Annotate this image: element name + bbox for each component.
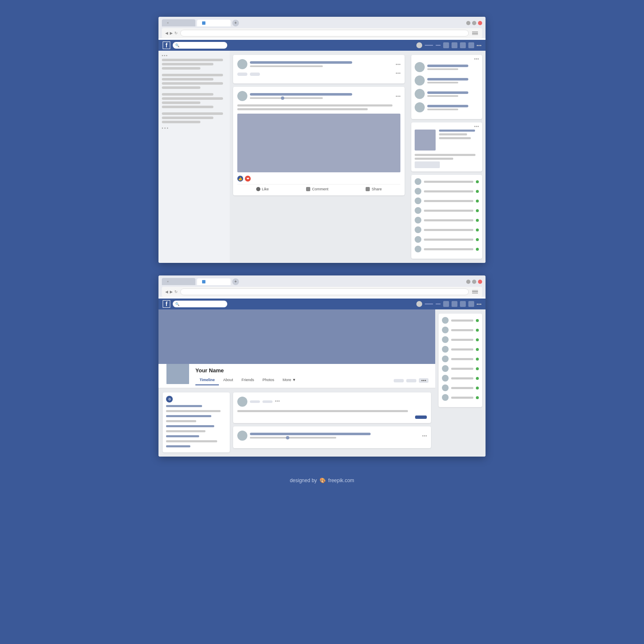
chat-item[interactable] xyxy=(442,356,479,362)
online-indicator xyxy=(476,396,479,399)
chat-item[interactable] xyxy=(415,236,479,243)
post-options-button[interactable] xyxy=(396,96,400,97)
reply-button[interactable] xyxy=(415,415,427,419)
tab-close-icon[interactable]: × xyxy=(167,280,169,283)
settings-icon[interactable] xyxy=(468,301,474,307)
browser-tab-active[interactable] xyxy=(197,20,231,26)
chat-item[interactable] xyxy=(415,178,479,185)
chat-name xyxy=(451,329,473,331)
browser-tabs: × + xyxy=(162,19,239,26)
intro-line xyxy=(166,435,199,437)
chat-item[interactable] xyxy=(415,188,479,195)
chat-item[interactable] xyxy=(442,327,479,333)
sponsored-post xyxy=(411,122,482,171)
post-image xyxy=(237,114,400,172)
minimize-button[interactable] xyxy=(466,280,470,284)
menu-icon[interactable] xyxy=(471,31,479,36)
tab-close-icon[interactable]: × xyxy=(167,21,169,25)
maximize-button[interactable] xyxy=(472,280,476,284)
profile-content: Your Name Timeline About Friends Photos … xyxy=(158,309,486,457)
chat-item[interactable] xyxy=(415,226,479,233)
friends-icon[interactable] xyxy=(443,42,449,48)
text-line xyxy=(237,108,368,110)
menu-line xyxy=(472,291,478,292)
chat-item[interactable] xyxy=(442,336,479,343)
chat-item[interactable] xyxy=(442,394,479,401)
action-button-1[interactable] xyxy=(237,73,247,76)
browser-window-1: × + ◀ ▶ ↻ xyxy=(158,17,486,263)
profile-avatar xyxy=(165,360,190,385)
tab-photos[interactable]: Photos xyxy=(258,375,278,385)
dot xyxy=(480,304,481,305)
options-button[interactable] xyxy=(474,58,479,60)
action-bar[interactable] xyxy=(415,161,440,168)
intro-box: ⚙ xyxy=(163,392,230,452)
chat-item[interactable] xyxy=(442,384,479,391)
chat-item[interactable] xyxy=(415,217,479,223)
chat-item[interactable] xyxy=(442,375,479,382)
profile-button-2[interactable] xyxy=(406,379,416,382)
intro-line xyxy=(166,425,214,427)
profile-name: Your Name xyxy=(195,367,389,374)
chat-item[interactable] xyxy=(415,207,479,214)
chat-item[interactable] xyxy=(415,246,479,252)
sidebar-item-line xyxy=(162,112,223,115)
menu-icon-2[interactable] xyxy=(471,289,479,295)
chat-item[interactable] xyxy=(442,365,479,372)
post-avatar xyxy=(237,431,247,441)
globe-icon[interactable] xyxy=(452,301,457,307)
comment-button[interactable]: Comment xyxy=(306,187,328,191)
action-button-2[interactable] xyxy=(250,73,260,76)
tab-about[interactable]: About xyxy=(219,375,237,385)
profile-button-1[interactable] xyxy=(394,379,404,382)
search-bar-2[interactable]: 🔍 xyxy=(173,301,227,307)
more-options[interactable] xyxy=(396,73,400,76)
minimize-button[interactable] xyxy=(466,21,470,25)
dot xyxy=(478,58,479,60)
friends-icon[interactable] xyxy=(443,301,449,307)
share-button[interactable]: Share xyxy=(366,187,382,191)
new-tab-button[interactable]: + xyxy=(232,20,239,26)
new-tab-button[interactable]: + xyxy=(232,278,239,285)
online-indicator xyxy=(476,248,479,251)
browser-tab-active[interactable] xyxy=(197,278,231,285)
notifications-icon[interactable] xyxy=(460,42,466,48)
close-button[interactable] xyxy=(478,280,482,284)
maximize-button[interactable] xyxy=(472,21,476,25)
browser-tab-inactive[interactable]: × xyxy=(162,278,195,285)
post-options-button[interactable] xyxy=(422,435,427,436)
post-options-button[interactable] xyxy=(396,64,400,65)
search-bar[interactable]: 🔍 xyxy=(173,42,227,49)
globe-icon[interactable] xyxy=(452,42,457,48)
tab-more[interactable]: More ▼ xyxy=(278,375,300,385)
post-header xyxy=(237,397,427,407)
url-input[interactable] xyxy=(180,30,469,36)
chat-item[interactable] xyxy=(442,346,479,353)
chat-item[interactable] xyxy=(415,197,479,204)
sidebar-section xyxy=(162,59,226,70)
sidebar-item-line xyxy=(162,82,223,85)
tab-timeline[interactable]: Timeline xyxy=(195,375,219,385)
options-button[interactable] xyxy=(275,400,280,403)
tab-friends[interactable]: Friends xyxy=(237,375,258,385)
url-input-2[interactable] xyxy=(180,288,469,295)
sidebar-more-dots xyxy=(162,55,226,56)
chat-item[interactable] xyxy=(442,317,479,324)
notifications-icon[interactable] xyxy=(460,301,466,307)
more-icon[interactable] xyxy=(477,45,481,46)
action-btn[interactable] xyxy=(262,400,273,403)
action-btn[interactable] xyxy=(250,400,260,403)
browser-tab-inactive[interactable]: × xyxy=(162,19,195,26)
chat-name xyxy=(451,397,473,399)
close-button[interactable] xyxy=(478,21,482,25)
options-button[interactable] xyxy=(474,126,479,127)
more-icon[interactable] xyxy=(477,304,481,305)
chat-avatar xyxy=(442,394,449,401)
intro-line xyxy=(166,415,211,417)
menu-line xyxy=(472,33,478,34)
like-button[interactable]: Like xyxy=(256,187,269,191)
share-icon xyxy=(366,187,370,191)
post-options-header xyxy=(415,126,479,127)
more-options-button[interactable] xyxy=(419,378,428,383)
settings-icon[interactable] xyxy=(468,42,474,48)
